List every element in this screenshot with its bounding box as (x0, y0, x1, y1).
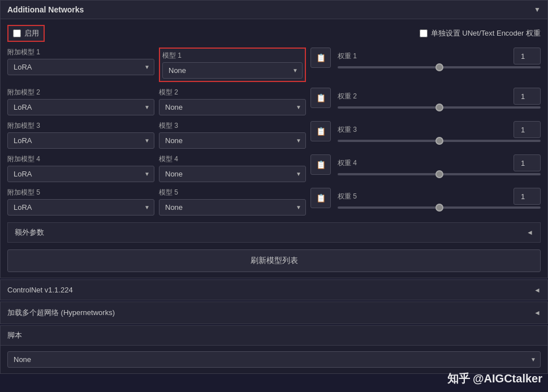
copy-button-5[interactable]: 📋 (310, 188, 331, 208)
model-select-1[interactable]: None (162, 62, 303, 79)
weight-group-1: 权重 1 (338, 48, 541, 68)
weight-label-row-2: 权重 2 (338, 88, 541, 105)
addon-label-5: 附加模型 5 (7, 188, 154, 197)
scripts-content: None ▼ (1, 346, 547, 373)
extra-params-label: 额外参数 (15, 227, 44, 238)
enable-label: 启用 (24, 28, 39, 38)
model-label-2: 模型 2 (159, 88, 306, 97)
extra-params-panel: 额外参数 ◄ (7, 222, 541, 243)
enable-checkbox[interactable] (13, 29, 21, 37)
model-select-4[interactable]: None (159, 166, 306, 182)
weight-slider-1[interactable] (338, 66, 541, 68)
weight-label-row-1: 权重 1 (338, 48, 541, 64)
model-label-5: 模型 5 (159, 188, 306, 197)
collapsed-panel-header-1[interactable]: 加载多个超网络 (Hypernetworks)◄ (1, 302, 547, 324)
weight-label-2: 权重 2 (338, 92, 357, 101)
model-group-4: 模型 4None▼ (159, 154, 306, 182)
model-group-5: 模型 5None▼ (159, 188, 306, 216)
model-label-4: 模型 4 (159, 154, 306, 164)
weight-slider-2[interactable] (338, 106, 541, 109)
copy-button-1[interactable]: 📋 (310, 48, 331, 68)
model-select-wrapper-4: None▼ (159, 166, 306, 182)
weight-label-3: 权重 3 (338, 125, 357, 135)
addon-select-wrapper-5: LoRALyCORIS/LoConHypernetworkIA3▼ (7, 199, 154, 216)
collapse-icon: ▼ (534, 6, 541, 14)
weight-input-4[interactable] (514, 154, 541, 171)
weight-input-2[interactable] (514, 88, 541, 105)
collapsed-panel-title-1: 加载多个超网络 (Hypernetworks) (7, 308, 115, 318)
addon-select-wrapper-3: LoRALyCORIS/LoConHypernetworkIA3▼ (7, 132, 154, 149)
addon-label-1: 附加模型 1 (7, 48, 154, 57)
weight-slider-3[interactable] (338, 140, 541, 142)
addon-group-2: 附加模型 2LoRALyCORIS/LoConHypernetworkIA3▼ (7, 88, 154, 115)
addon-group-4: 附加模型 4LoRALyCORIS/LoConHypernetworkIA3▼ (7, 154, 154, 182)
panel-title: Additional Networks (7, 5, 84, 14)
addon-select-wrapper-4: LoRALyCORIS/LoConHypernetworkIA3▼ (7, 166, 154, 182)
addon-select-3[interactable]: LoRALyCORIS/LoConHypernetworkIA3 (7, 132, 154, 149)
copy-button-3[interactable]: 📋 (310, 121, 331, 141)
scripts-select[interactable]: None (7, 351, 541, 368)
panel-content: 启用 单独设置 UNet/Text Encoder 权重 附加模型 1LoRAL… (1, 19, 547, 278)
unet-label: 单独设置 UNet/Text Encoder 权重 (431, 28, 541, 38)
weight-label-row-3: 权重 3 (338, 121, 541, 138)
model-select-5[interactable]: None (159, 199, 306, 216)
model-row-5: 附加模型 5LoRALyCORIS/LoConHypernetworkIA3▼模… (7, 188, 541, 216)
weight-group-2: 权重 2 (338, 88, 541, 109)
model-group-2: 模型 2None▼ (159, 88, 306, 115)
addon-select-wrapper-1: LoRALyCORIS/LoConHypernetworkIA3▼ (7, 59, 154, 75)
addon-group-5: 附加模型 5LoRALyCORIS/LoConHypernetworkIA3▼ (7, 188, 154, 216)
addon-select-4[interactable]: LoRALyCORIS/LoConHypernetworkIA3 (7, 166, 154, 182)
extra-params-header[interactable]: 额外参数 ◄ (8, 223, 540, 242)
collapsed-panel-title-0: ControlNet v1.1.224 (7, 286, 73, 294)
weight-label-row-4: 权重 4 (338, 154, 541, 171)
weight-input-1[interactable] (514, 48, 541, 64)
scripts-section: 脚本 None ▼ (0, 325, 548, 374)
weight-group-3: 权重 3 (338, 121, 541, 142)
model-rows-container: 附加模型 1LoRALyCORIS/LoConHypernetworkIA3▼模… (7, 48, 541, 216)
weight-label-1: 权重 1 (338, 51, 357, 61)
top-controls: 启用 单独设置 UNet/Text Encoder 权重 (7, 25, 541, 42)
additional-networks-header[interactable]: Additional Networks ▼ (1, 1, 547, 19)
weight-slider-4[interactable] (338, 173, 541, 175)
enable-section: 启用 (7, 25, 45, 42)
model-select-wrapper-3: None▼ (159, 132, 306, 149)
weight-slider-5[interactable] (338, 206, 541, 209)
model-select-3[interactable]: None (159, 132, 306, 149)
watermark: 知乎 @AIGCtalker (447, 371, 542, 386)
addon-group-1: 附加模型 1LoRALyCORIS/LoConHypernetworkIA3▼ (7, 48, 154, 75)
weight-input-5[interactable] (514, 188, 541, 205)
scripts-select-wrapper: None ▼ (7, 351, 541, 368)
model-select-wrapper-1: None▼ (162, 62, 303, 79)
weight-group-4: 权重 4 (338, 154, 541, 175)
unet-checkbox[interactable] (420, 29, 428, 37)
addon-select-5[interactable]: LoRALyCORIS/LoConHypernetworkIA3 (7, 199, 154, 216)
unet-section: 单独设置 UNet/Text Encoder 权重 (420, 28, 541, 38)
weight-slider-row-1 (338, 66, 541, 68)
collapsed-panel-header-0[interactable]: ControlNet v1.1.224◄ (1, 280, 547, 300)
model-group-3: 模型 3None▼ (159, 121, 306, 149)
model-group-1: 模型 1None▼ (159, 48, 306, 82)
addon-select-1[interactable]: LoRALyCORIS/LoConHypernetworkIA3 (7, 59, 154, 75)
collapsed-panel-icon-1: ◄ (534, 309, 541, 317)
weight-slider-row-4 (338, 173, 541, 175)
copy-button-2[interactable]: 📋 (310, 88, 331, 108)
additional-networks-panel: Additional Networks ▼ 启用 单独设置 UNet/Text … (0, 0, 548, 278)
model-row-2: 附加模型 2LoRALyCORIS/LoConHypernetworkIA3▼模… (7, 88, 541, 115)
model-label-1: 模型 1 (162, 51, 303, 61)
addon-group-3: 附加模型 3LoRALyCORIS/LoConHypernetworkIA3▼ (7, 121, 154, 149)
weight-slider-row-5 (338, 206, 541, 209)
model-row-3: 附加模型 3LoRALyCORIS/LoConHypernetworkIA3▼模… (7, 121, 541, 149)
collapsed-panel-icon-0: ◄ (534, 286, 541, 294)
model-select-wrapper-2: None▼ (159, 99, 306, 115)
model-label-3: 模型 3 (159, 121, 306, 131)
refresh-button[interactable]: 刷新模型列表 (7, 249, 541, 272)
copy-button-4[interactable]: 📋 (310, 154, 331, 175)
weight-input-3[interactable] (514, 121, 541, 138)
model-row-4: 附加模型 4LoRALyCORIS/LoConHypernetworkIA3▼模… (7, 154, 541, 182)
model-select-2[interactable]: None (159, 99, 306, 115)
model-row-1: 附加模型 1LoRALyCORIS/LoConHypernetworkIA3▼模… (7, 48, 541, 82)
addon-select-2[interactable]: LoRALyCORIS/LoConHypernetworkIA3 (7, 99, 154, 115)
collapsed-panels-container: ControlNet v1.1.224◄加载多个超网络 (Hypernetwor… (0, 279, 548, 324)
scripts-header: 脚本 (1, 326, 547, 346)
collapsed-panel-1: 加载多个超网络 (Hypernetworks)◄ (0, 301, 548, 324)
